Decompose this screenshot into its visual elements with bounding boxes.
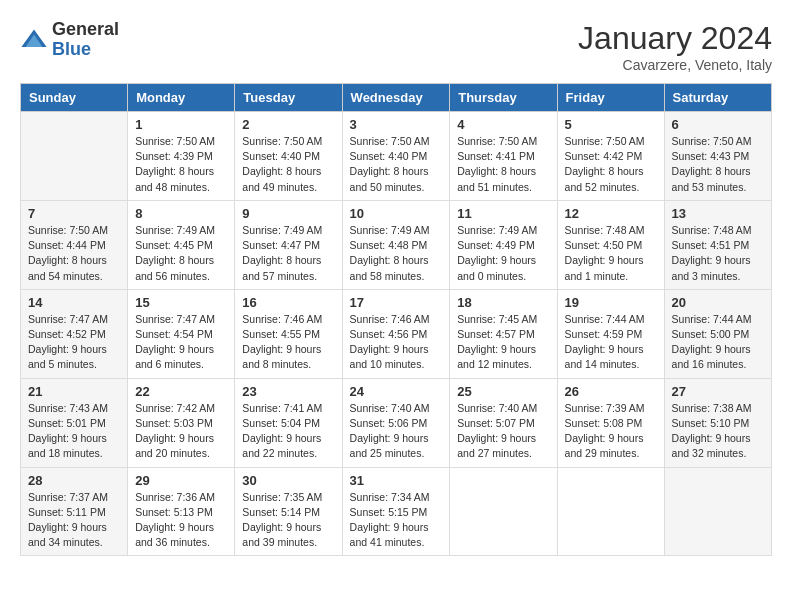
calendar-cell: 12Sunrise: 7:48 AMSunset: 4:50 PMDayligh… <box>557 200 664 289</box>
day-number: 6 <box>672 117 764 132</box>
day-number: 27 <box>672 384 764 399</box>
day-info: Sunrise: 7:34 AMSunset: 5:15 PMDaylight:… <box>350 490 443 551</box>
calendar-body: 1Sunrise: 7:50 AMSunset: 4:39 PMDaylight… <box>21 112 772 556</box>
header-friday: Friday <box>557 84 664 112</box>
day-info: Sunrise: 7:40 AMSunset: 5:06 PMDaylight:… <box>350 401 443 462</box>
calendar-cell: 1Sunrise: 7:50 AMSunset: 4:39 PMDaylight… <box>128 112 235 201</box>
calendar-cell <box>450 467 557 556</box>
day-info: Sunrise: 7:48 AMSunset: 4:50 PMDaylight:… <box>565 223 657 284</box>
day-number: 13 <box>672 206 764 221</box>
day-number: 31 <box>350 473 443 488</box>
day-number: 1 <box>135 117 227 132</box>
calendar-cell: 2Sunrise: 7:50 AMSunset: 4:40 PMDaylight… <box>235 112 342 201</box>
day-info: Sunrise: 7:50 AMSunset: 4:44 PMDaylight:… <box>28 223 120 284</box>
day-number: 20 <box>672 295 764 310</box>
day-number: 18 <box>457 295 549 310</box>
header-monday: Monday <box>128 84 235 112</box>
day-number: 9 <box>242 206 334 221</box>
day-info: Sunrise: 7:44 AMSunset: 4:59 PMDaylight:… <box>565 312 657 373</box>
day-number: 28 <box>28 473 120 488</box>
calendar-cell: 8Sunrise: 7:49 AMSunset: 4:45 PMDaylight… <box>128 200 235 289</box>
calendar-cell: 11Sunrise: 7:49 AMSunset: 4:49 PMDayligh… <box>450 200 557 289</box>
calendar-week-row: 14Sunrise: 7:47 AMSunset: 4:52 PMDayligh… <box>21 289 772 378</box>
logo-general-text: General <box>52 20 119 40</box>
day-number: 25 <box>457 384 549 399</box>
day-number: 19 <box>565 295 657 310</box>
calendar-cell: 25Sunrise: 7:40 AMSunset: 5:07 PMDayligh… <box>450 378 557 467</box>
day-number: 22 <box>135 384 227 399</box>
calendar-cell: 28Sunrise: 7:37 AMSunset: 5:11 PMDayligh… <box>21 467 128 556</box>
day-number: 7 <box>28 206 120 221</box>
calendar-cell: 18Sunrise: 7:45 AMSunset: 4:57 PMDayligh… <box>450 289 557 378</box>
day-info: Sunrise: 7:38 AMSunset: 5:10 PMDaylight:… <box>672 401 764 462</box>
calendar-cell <box>557 467 664 556</box>
day-number: 2 <box>242 117 334 132</box>
calendar-cell: 19Sunrise: 7:44 AMSunset: 4:59 PMDayligh… <box>557 289 664 378</box>
calendar-table: Sunday Monday Tuesday Wednesday Thursday… <box>20 83 772 556</box>
calendar-week-row: 28Sunrise: 7:37 AMSunset: 5:11 PMDayligh… <box>21 467 772 556</box>
calendar-cell: 3Sunrise: 7:50 AMSunset: 4:40 PMDaylight… <box>342 112 450 201</box>
calendar-cell: 21Sunrise: 7:43 AMSunset: 5:01 PMDayligh… <box>21 378 128 467</box>
month-title: January 2024 <box>578 20 772 57</box>
day-info: Sunrise: 7:45 AMSunset: 4:57 PMDaylight:… <box>457 312 549 373</box>
calendar-cell <box>664 467 771 556</box>
day-info: Sunrise: 7:49 AMSunset: 4:45 PMDaylight:… <box>135 223 227 284</box>
calendar-cell: 31Sunrise: 7:34 AMSunset: 5:15 PMDayligh… <box>342 467 450 556</box>
day-info: Sunrise: 7:40 AMSunset: 5:07 PMDaylight:… <box>457 401 549 462</box>
day-info: Sunrise: 7:41 AMSunset: 5:04 PMDaylight:… <box>242 401 334 462</box>
day-number: 10 <box>350 206 443 221</box>
day-number: 26 <box>565 384 657 399</box>
day-number: 16 <box>242 295 334 310</box>
calendar-cell: 5Sunrise: 7:50 AMSunset: 4:42 PMDaylight… <box>557 112 664 201</box>
calendar-cell: 6Sunrise: 7:50 AMSunset: 4:43 PMDaylight… <box>664 112 771 201</box>
day-info: Sunrise: 7:50 AMSunset: 4:40 PMDaylight:… <box>350 134 443 195</box>
day-info: Sunrise: 7:36 AMSunset: 5:13 PMDaylight:… <box>135 490 227 551</box>
title-area: January 2024 Cavarzere, Veneto, Italy <box>578 20 772 73</box>
day-info: Sunrise: 7:46 AMSunset: 4:56 PMDaylight:… <box>350 312 443 373</box>
day-info: Sunrise: 7:50 AMSunset: 4:41 PMDaylight:… <box>457 134 549 195</box>
calendar-cell: 24Sunrise: 7:40 AMSunset: 5:06 PMDayligh… <box>342 378 450 467</box>
day-info: Sunrise: 7:47 AMSunset: 4:52 PMDaylight:… <box>28 312 120 373</box>
calendar-cell <box>21 112 128 201</box>
day-info: Sunrise: 7:43 AMSunset: 5:01 PMDaylight:… <box>28 401 120 462</box>
calendar-cell: 13Sunrise: 7:48 AMSunset: 4:51 PMDayligh… <box>664 200 771 289</box>
day-info: Sunrise: 7:37 AMSunset: 5:11 PMDaylight:… <box>28 490 120 551</box>
calendar-cell: 14Sunrise: 7:47 AMSunset: 4:52 PMDayligh… <box>21 289 128 378</box>
day-number: 21 <box>28 384 120 399</box>
day-info: Sunrise: 7:35 AMSunset: 5:14 PMDaylight:… <box>242 490 334 551</box>
page-header: General Blue January 2024 Cavarzere, Ven… <box>20 20 772 73</box>
day-info: Sunrise: 7:47 AMSunset: 4:54 PMDaylight:… <box>135 312 227 373</box>
calendar-cell: 23Sunrise: 7:41 AMSunset: 5:04 PMDayligh… <box>235 378 342 467</box>
calendar-cell: 15Sunrise: 7:47 AMSunset: 4:54 PMDayligh… <box>128 289 235 378</box>
day-number: 5 <box>565 117 657 132</box>
header-wednesday: Wednesday <box>342 84 450 112</box>
day-number: 14 <box>28 295 120 310</box>
day-number: 24 <box>350 384 443 399</box>
calendar-cell: 26Sunrise: 7:39 AMSunset: 5:08 PMDayligh… <box>557 378 664 467</box>
day-number: 12 <box>565 206 657 221</box>
calendar-cell: 16Sunrise: 7:46 AMSunset: 4:55 PMDayligh… <box>235 289 342 378</box>
calendar-cell: 30Sunrise: 7:35 AMSunset: 5:14 PMDayligh… <box>235 467 342 556</box>
location: Cavarzere, Veneto, Italy <box>578 57 772 73</box>
day-number: 8 <box>135 206 227 221</box>
logo: General Blue <box>20 20 119 60</box>
day-info: Sunrise: 7:50 AMSunset: 4:43 PMDaylight:… <box>672 134 764 195</box>
day-number: 17 <box>350 295 443 310</box>
day-number: 15 <box>135 295 227 310</box>
day-number: 4 <box>457 117 549 132</box>
calendar-cell: 4Sunrise: 7:50 AMSunset: 4:41 PMDaylight… <box>450 112 557 201</box>
header-thursday: Thursday <box>450 84 557 112</box>
day-info: Sunrise: 7:46 AMSunset: 4:55 PMDaylight:… <box>242 312 334 373</box>
day-info: Sunrise: 7:44 AMSunset: 5:00 PMDaylight:… <box>672 312 764 373</box>
day-info: Sunrise: 7:49 AMSunset: 4:49 PMDaylight:… <box>457 223 549 284</box>
header-row: Sunday Monday Tuesday Wednesday Thursday… <box>21 84 772 112</box>
calendar-week-row: 7Sunrise: 7:50 AMSunset: 4:44 PMDaylight… <box>21 200 772 289</box>
day-number: 30 <box>242 473 334 488</box>
header-saturday: Saturday <box>664 84 771 112</box>
day-info: Sunrise: 7:42 AMSunset: 5:03 PMDaylight:… <box>135 401 227 462</box>
day-info: Sunrise: 7:50 AMSunset: 4:40 PMDaylight:… <box>242 134 334 195</box>
calendar-header: Sunday Monday Tuesday Wednesday Thursday… <box>21 84 772 112</box>
day-number: 3 <box>350 117 443 132</box>
day-info: Sunrise: 7:39 AMSunset: 5:08 PMDaylight:… <box>565 401 657 462</box>
calendar-cell: 9Sunrise: 7:49 AMSunset: 4:47 PMDaylight… <box>235 200 342 289</box>
